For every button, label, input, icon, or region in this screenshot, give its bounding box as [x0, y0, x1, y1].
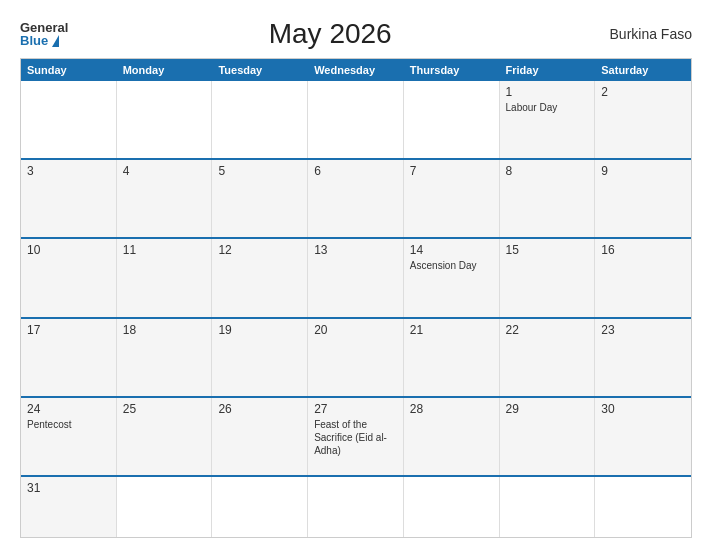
calendar-row-4: 24Pentecost252627Feast of the Sacrifice … [21, 396, 691, 475]
day-number: 8 [506, 164, 589, 178]
header-day-thursday: Thursday [404, 59, 500, 81]
holiday-label: Labour Day [506, 101, 589, 114]
calendar-cell [404, 477, 500, 537]
calendar-cell: 5 [212, 160, 308, 237]
day-number: 19 [218, 323, 301, 337]
calendar-cell: 6 [308, 160, 404, 237]
day-number: 18 [123, 323, 206, 337]
calendar-header: SundayMondayTuesdayWednesdayThursdayFrid… [21, 59, 691, 81]
calendar-cell: 26 [212, 398, 308, 475]
day-number: 2 [601, 85, 685, 99]
header-day-tuesday: Tuesday [212, 59, 308, 81]
day-number: 6 [314, 164, 397, 178]
day-number: 16 [601, 243, 685, 257]
header-day-monday: Monday [117, 59, 213, 81]
calendar-cell: 1Labour Day [500, 81, 596, 158]
calendar-row-5: 31 [21, 475, 691, 537]
calendar: SundayMondayTuesdayWednesdayThursdayFrid… [20, 58, 692, 538]
calendar-cell [212, 477, 308, 537]
logo-blue-text: Blue [20, 34, 68, 47]
calendar-cell: 20 [308, 319, 404, 396]
day-number: 25 [123, 402, 206, 416]
calendar-cell: 19 [212, 319, 308, 396]
calendar-cell: 30 [595, 398, 691, 475]
calendar-cell [21, 81, 117, 158]
calendar-cell: 27Feast of the Sacrifice (Eid al-Adha) [308, 398, 404, 475]
calendar-cell [308, 477, 404, 537]
day-number: 11 [123, 243, 206, 257]
holiday-label: Ascension Day [410, 259, 493, 272]
day-number: 31 [27, 481, 110, 495]
day-number: 27 [314, 402, 397, 416]
calendar-cell: 4 [117, 160, 213, 237]
calendar-title: May 2026 [68, 18, 592, 50]
calendar-cell: 10 [21, 239, 117, 316]
calendar-cell [117, 81, 213, 158]
calendar-row-0: 1Labour Day2 [21, 81, 691, 158]
calendar-cell [117, 477, 213, 537]
calendar-cell: 12 [212, 239, 308, 316]
day-number: 15 [506, 243, 589, 257]
calendar-cell: 17 [21, 319, 117, 396]
calendar-cell: 22 [500, 319, 596, 396]
calendar-cell: 28 [404, 398, 500, 475]
day-number: 29 [506, 402, 589, 416]
calendar-cell: 25 [117, 398, 213, 475]
day-number: 22 [506, 323, 589, 337]
calendar-cell: 9 [595, 160, 691, 237]
top-bar: General Blue May 2026 Burkina Faso [20, 18, 692, 50]
day-number: 17 [27, 323, 110, 337]
day-number: 21 [410, 323, 493, 337]
logo: General Blue [20, 21, 68, 47]
calendar-cell: 11 [117, 239, 213, 316]
calendar-cell [595, 477, 691, 537]
header-day-saturday: Saturday [595, 59, 691, 81]
day-number: 14 [410, 243, 493, 257]
day-number: 30 [601, 402, 685, 416]
calendar-cell: 8 [500, 160, 596, 237]
header-day-friday: Friday [500, 59, 596, 81]
holiday-label: Feast of the Sacrifice (Eid al-Adha) [314, 418, 397, 457]
day-number: 7 [410, 164, 493, 178]
calendar-cell: 31 [21, 477, 117, 537]
holiday-label: Pentecost [27, 418, 110, 431]
day-number: 9 [601, 164, 685, 178]
day-number: 26 [218, 402, 301, 416]
day-number: 23 [601, 323, 685, 337]
calendar-row-2: 1011121314Ascension Day1516 [21, 237, 691, 316]
calendar-body: 1Labour Day234567891011121314Ascension D… [21, 81, 691, 537]
day-number: 13 [314, 243, 397, 257]
calendar-row-1: 3456789 [21, 158, 691, 237]
calendar-cell [212, 81, 308, 158]
day-number: 28 [410, 402, 493, 416]
calendar-cell: 29 [500, 398, 596, 475]
calendar-cell: 7 [404, 160, 500, 237]
calendar-cell: 23 [595, 319, 691, 396]
header-day-sunday: Sunday [21, 59, 117, 81]
calendar-cell: 21 [404, 319, 500, 396]
country-name: Burkina Faso [592, 26, 692, 42]
day-number: 5 [218, 164, 301, 178]
calendar-cell: 18 [117, 319, 213, 396]
calendar-cell: 3 [21, 160, 117, 237]
header-day-wednesday: Wednesday [308, 59, 404, 81]
day-number: 10 [27, 243, 110, 257]
day-number: 20 [314, 323, 397, 337]
day-number: 3 [27, 164, 110, 178]
calendar-row-3: 17181920212223 [21, 317, 691, 396]
calendar-cell: 13 [308, 239, 404, 316]
calendar-cell: 16 [595, 239, 691, 316]
calendar-cell: 24Pentecost [21, 398, 117, 475]
calendar-cell: 14Ascension Day [404, 239, 500, 316]
day-number: 1 [506, 85, 589, 99]
calendar-cell: 2 [595, 81, 691, 158]
day-number: 4 [123, 164, 206, 178]
day-number: 24 [27, 402, 110, 416]
calendar-cell [404, 81, 500, 158]
calendar-cell [308, 81, 404, 158]
calendar-page: General Blue May 2026 Burkina Faso Sunda… [0, 0, 712, 550]
calendar-cell [500, 477, 596, 537]
day-number: 12 [218, 243, 301, 257]
calendar-cell: 15 [500, 239, 596, 316]
logo-triangle-icon [52, 35, 59, 47]
